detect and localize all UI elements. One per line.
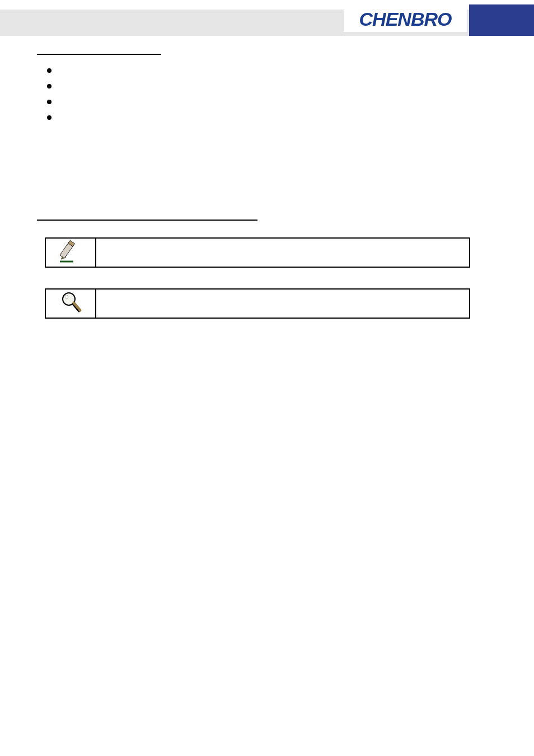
callout-note: [45, 237, 470, 268]
brand-logo-text: CHENBRO: [359, 8, 452, 30]
list-item: [47, 64, 496, 80]
section-heading-2: [37, 211, 257, 221]
list-item: [47, 80, 496, 95]
brand-logo: CHENBRO: [344, 7, 467, 32]
list-item: [47, 95, 496, 111]
magnifier-icon: [57, 290, 85, 315]
callout-text: [96, 289, 470, 318]
callout-icon-cell: [45, 289, 96, 318]
content-area: [37, 45, 496, 223]
callout-magnifier: [45, 288, 470, 319]
svg-point-5: [65, 295, 68, 298]
callout-text: [96, 238, 470, 267]
note-pencil-icon: [57, 239, 85, 264]
bullet-list: [47, 64, 496, 127]
list-item: [47, 111, 496, 127]
corner-accent: [469, 4, 534, 36]
section-heading-1: [37, 45, 161, 55]
page-root: CHENBRO: [0, 0, 534, 756]
callout-icon-cell: [45, 238, 96, 267]
